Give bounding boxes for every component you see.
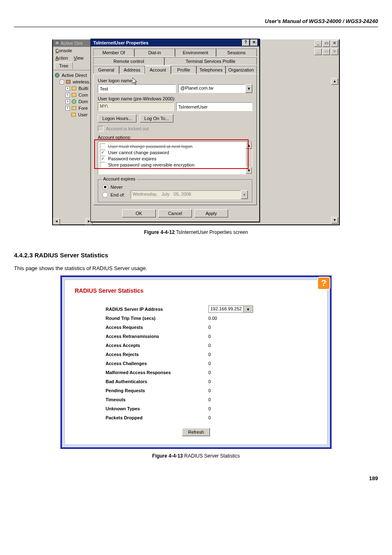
folder-icon [71, 106, 77, 111]
expander-plus-icon[interactable]: + [65, 106, 70, 111]
stat-key: Access Rejects [106, 352, 208, 357]
stat-value: 0 [208, 325, 286, 330]
tab-general[interactable]: General [93, 66, 119, 74]
locked-out-checkbox [98, 126, 104, 132]
stat-value: 0 [208, 415, 286, 420]
sam-label: User logon name (pre-Windows 2000): [98, 96, 252, 101]
tab-organization[interactable]: Organization [226, 66, 257, 74]
table-row: Access Rejects0 [106, 350, 286, 359]
child-restore-button[interactable]: ▭ [323, 49, 330, 55]
section-intro: This page shows the statistics of RADIUS… [14, 265, 378, 271]
minimize-button[interactable]: _ [314, 40, 322, 47]
tree-node[interactable]: Dom [78, 98, 88, 105]
tree-domain[interactable]: wireless. [73, 79, 90, 85]
expires-endof-label: End of: [111, 192, 125, 197]
stat-key: Access Challenges [106, 361, 208, 366]
tab-telephones[interactable]: Telephones [196, 66, 225, 74]
opt-must-change-label: User must change password at next logon [108, 144, 192, 149]
svg-rect-2 [66, 80, 70, 83]
close-button[interactable]: ✕ [331, 40, 338, 47]
expires-endof-radio[interactable] [102, 192, 108, 198]
expander-plus-icon[interactable]: + [65, 93, 70, 97]
tree-node[interactable]: User [78, 111, 88, 118]
opt-never-expires-checkbox[interactable]: ✓ [100, 156, 106, 162]
child-close-button[interactable]: ✕ [331, 49, 338, 55]
scroll-left-icon[interactable]: ◂ [53, 218, 60, 225]
tab-profile[interactable]: Profile [171, 66, 197, 74]
dialog-title: TsInternetUser Properties [92, 40, 242, 45]
page-number: 189 [14, 475, 378, 481]
stat-key: Access Requests [106, 325, 208, 330]
expander-plus-icon[interactable]: + [65, 99, 70, 104]
tab-environment[interactable]: Environment [175, 49, 216, 57]
tab-address[interactable]: Address [119, 66, 145, 74]
opt-cannot-change-checkbox[interactable]: ✓ [100, 150, 106, 155]
ou-icon [71, 99, 77, 104]
svg-rect-6 [72, 106, 76, 110]
svg-rect-3 [72, 87, 76, 90]
dialog-close-button[interactable]: ✕ [250, 39, 258, 46]
scroll-down-icon[interactable]: ▾ [331, 217, 338, 224]
log-on-to-button[interactable]: Log On To... [140, 114, 173, 123]
opt-must-change-checkbox[interactable] [100, 143, 106, 149]
sam-user-input[interactable] [176, 102, 252, 111]
scroll-up-icon[interactable]: ▴ [331, 78, 338, 85]
table-row: Round Trip Time (secs)0.00 [106, 314, 286, 323]
stat-value: 0 [208, 406, 286, 411]
options-scroll-up-icon[interactable]: ▴ [246, 142, 252, 149]
mmc-titlebar: Active Dire [53, 39, 92, 47]
tab-sessions[interactable]: Sessions [216, 49, 257, 57]
locked-out-label: Account is locked out [106, 126, 149, 131]
table-row: Pending Requests0 [106, 386, 286, 395]
help-button[interactable]: ? [242, 39, 249, 46]
mmc-title: Active Dire [60, 41, 91, 46]
account-options-list[interactable]: User must change password at next logon … [98, 141, 252, 174]
maximize-button[interactable]: ▭ [323, 40, 330, 47]
tree-node[interactable]: Com [78, 92, 88, 98]
stat-value: 0 [208, 379, 286, 384]
expander-plus-icon[interactable]: + [65, 86, 70, 91]
menu-view[interactable]: View [74, 56, 84, 60]
upn-input[interactable] [98, 84, 176, 93]
tab-remote-control[interactable]: Remote control [93, 57, 164, 65]
svg-rect-4 [72, 93, 76, 97]
help-icon[interactable]: ? [317, 277, 330, 290]
tab-account[interactable]: Account [145, 66, 171, 74]
expander-minus-icon[interactable]: − [60, 80, 64, 84]
tree-view[interactable]: Active Direct −wireless. +Builti +Com +D… [53, 70, 92, 120]
opt-reversible-label: Store password using reversible encrypti… [108, 162, 194, 167]
tree-tab[interactable]: Tree [55, 62, 73, 69]
table-row: Malformed Access Responses0 [106, 368, 286, 377]
opt-cannot-change-label: User cannot change password [108, 150, 169, 155]
radius-ip-select[interactable]: 192.168.99.252▾ [208, 305, 253, 313]
tree-root[interactable]: Active Direct [62, 72, 87, 79]
table-row: Access Accepts0 [106, 341, 286, 350]
menu-console[interactable]: Console [55, 48, 72, 53]
dropdown-arrow-icon[interactable]: ▾ [245, 84, 252, 93]
menu-action[interactable]: Action [55, 56, 68, 60]
opt-reversible-checkbox[interactable] [100, 162, 106, 168]
tab-terminal-services-profile[interactable]: Terminal Services Profile [164, 57, 257, 65]
ad-root-icon [55, 73, 60, 78]
refresh-button[interactable]: Refresh [182, 428, 210, 436]
page-header: User's Manual of WGS3-24000 / WGS3-24240 [14, 18, 378, 27]
tree-node[interactable]: Fore [78, 105, 88, 111]
folder-icon [71, 86, 77, 91]
upn-suffix-select[interactable]: @Planet.com.tw [178, 84, 245, 93]
apply-button[interactable]: Apply [194, 209, 228, 217]
options-scroll-down-icon[interactable]: ▾ [246, 167, 252, 174]
child-minimize-button[interactable]: _ [314, 49, 322, 55]
tab-member-of[interactable]: Member Of [93, 49, 134, 57]
cancel-button[interactable]: Cancel [158, 209, 192, 217]
stat-value: 0 [208, 361, 286, 366]
stat-value: 192.168.99.252▾ [208, 305, 286, 313]
figure1-caption: Figure 4-4-12 TsInternetUser Properties … [14, 229, 378, 235]
tree-node[interactable]: Builti [78, 85, 88, 92]
stat-value: 0 [208, 397, 286, 402]
ok-button[interactable]: OK [122, 209, 156, 217]
dropdown-arrow-icon[interactable]: ▾ [243, 306, 253, 312]
table-row: Access Challenges0 [106, 359, 286, 368]
expires-never-radio[interactable] [102, 184, 108, 190]
logon-hours-button[interactable]: Logon Hours... [98, 114, 136, 123]
tab-dial-in[interactable]: Dial-in [134, 49, 175, 57]
